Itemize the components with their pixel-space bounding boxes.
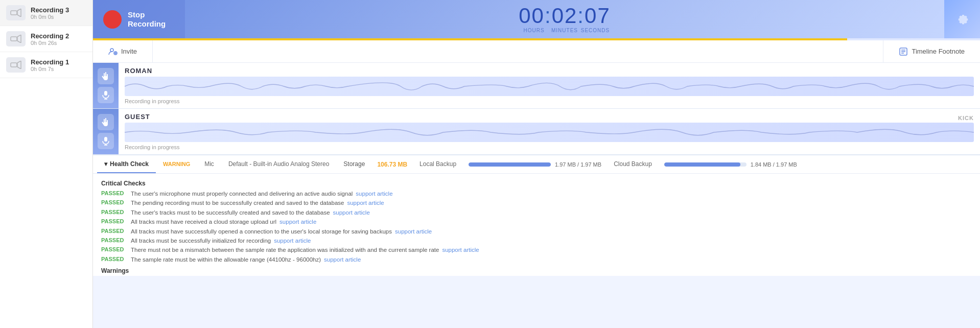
- status-passed: PASSED: [101, 198, 128, 207]
- tab-health-check-label: Health Check: [110, 160, 149, 168]
- sidebar-recording3-name: Recording 3: [31, 6, 69, 14]
- cloud-backup-value: 1.84 MB / 1.97 MB: [751, 161, 797, 168]
- health-row: PASSED All tracks must have received a c…: [101, 217, 972, 226]
- warnings-title: Warnings: [101, 267, 972, 274]
- cloud-backup-section: 1.84 MB / 1.97 MB: [659, 161, 802, 168]
- health-desc: The pending recording must to be success…: [131, 198, 344, 207]
- track-roman: ROMAN Recording in progress: [93, 63, 980, 109]
- local-backup-section: 1.97 MB / 1.97 MB: [463, 161, 606, 168]
- health-desc: All tracks must have successfully opened…: [131, 227, 392, 236]
- track-guest: GUEST Recording in progress KICK: [93, 109, 980, 155]
- svg-rect-4: [11, 63, 17, 67]
- timeline-footnote-label: Timeline Footnote: [912, 48, 965, 55]
- sidebar-recording3-time: 0h 0m 0s: [31, 14, 69, 20]
- svg-rect-0: [11, 11, 17, 15]
- track-guest-hand-button[interactable]: [98, 114, 114, 130]
- stop-icon: [103, 10, 122, 29]
- sidebar-text-recording3: Recording 3 0h 0m 0s: [31, 6, 69, 20]
- topbar: StopRecording 00:02:07 HOURS MINUTES SEC…: [93, 0, 980, 38]
- health-row: PASSED The user's microphone must proper…: [101, 189, 972, 198]
- storage-value: 106.73 MB: [372, 161, 412, 168]
- local-backup-value: 1.97 MB / 1.97 MB: [555, 161, 601, 168]
- track-roman-status: Recording in progress: [125, 98, 974, 104]
- status-passed: PASSED: [101, 245, 128, 254]
- track-guest-mic-button[interactable]: [98, 133, 114, 149]
- cloud-backup-bar-fill: [664, 162, 741, 167]
- support-link[interactable]: support article: [333, 208, 370, 217]
- track-guest-name: GUEST: [125, 113, 974, 121]
- tab-cloud-backup-label: Cloud Backup: [614, 160, 652, 168]
- support-link[interactable]: support article: [324, 255, 361, 264]
- svg-marker-5: [17, 61, 21, 69]
- tab-cloud-backup[interactable]: Cloud Backup: [606, 155, 659, 173]
- recording-icon-1: [6, 57, 26, 73]
- health-row: PASSED There must not be a mismatch betw…: [101, 245, 972, 254]
- health-row: PASSED All tracks must have successfully…: [101, 227, 972, 236]
- svg-marker-1: [17, 9, 21, 17]
- local-backup-bar-fill: [469, 162, 551, 167]
- recording-icon-3: [6, 5, 26, 20]
- warning-badge: WARNING: [163, 161, 190, 167]
- tab-audio-device[interactable]: Default - Built-in Audio Analog Stereo: [221, 155, 336, 173]
- status-passed: PASSED: [101, 255, 128, 264]
- tab-mic[interactable]: Mic: [197, 155, 221, 173]
- tab-storage-label: Storage: [343, 160, 365, 168]
- track-roman-hand-button[interactable]: [98, 68, 114, 84]
- timer-minutes: 02: [552, 4, 578, 28]
- svg-rect-2: [11, 37, 17, 41]
- seconds-label: SECONDS: [580, 28, 611, 33]
- timer-labels: HOURS MINUTES SECONDS: [519, 28, 611, 33]
- health-desc: All tracks must be successfully initiali…: [131, 236, 271, 245]
- sidebar-text-recording2: Recording 2 0h 0m 26s: [31, 32, 69, 46]
- support-link[interactable]: support article: [279, 217, 316, 226]
- tab-local-backup[interactable]: Local Backup: [412, 155, 463, 173]
- track-roman-mic-button[interactable]: [98, 87, 114, 103]
- sidebar-item-recording1[interactable]: Recording 1 0h 0m 7s: [0, 52, 92, 78]
- track-roman-name: ROMAN: [125, 67, 974, 75]
- invite-button[interactable]: Invite: [93, 40, 153, 62]
- kick-button[interactable]: KICK: [958, 115, 974, 121]
- track-guest-controls: [93, 109, 119, 154]
- tracks-area: ROMAN Recording in progress: [93, 63, 980, 328]
- sidebar-item-recording3[interactable]: Recording 3 0h 0m 0s: [0, 0, 92, 26]
- track-roman-waveform: [125, 77, 974, 96]
- invite-label: Invite: [121, 48, 137, 55]
- hours-label: HOURS: [519, 28, 549, 33]
- health-row: PASSED All tracks must be successfully i…: [101, 236, 972, 245]
- main-content: StopRecording 00:02:07 HOURS MINUTES SEC…: [93, 0, 980, 328]
- stop-recording-button[interactable]: StopRecording: [93, 0, 185, 38]
- status-passed: PASSED: [101, 236, 128, 245]
- tab-storage[interactable]: Storage: [336, 155, 372, 173]
- health-desc: There must not be a mismatch between the…: [131, 245, 439, 254]
- support-link[interactable]: support article: [395, 227, 432, 236]
- status-passed: PASSED: [101, 217, 128, 226]
- tab-warning[interactable]: WARNING: [156, 155, 197, 173]
- settings-button[interactable]: [944, 0, 980, 38]
- svg-marker-3: [17, 35, 21, 43]
- svg-rect-9: [104, 91, 107, 96]
- sidebar-text-recording1: Recording 1 0h 0m 7s: [31, 58, 69, 72]
- support-link[interactable]: support article: [442, 245, 479, 254]
- track-roman-content: ROMAN Recording in progress: [119, 63, 980, 108]
- sidebar-item-recording2[interactable]: Recording 2 0h 0m 26s: [0, 26, 92, 52]
- sidebar-recording2-time: 0h 0m 26s: [31, 40, 69, 46]
- svg-point-6: [110, 49, 113, 52]
- local-backup-bar: [469, 162, 551, 167]
- critical-checks-title: Critical Checks: [101, 180, 972, 187]
- status-passed: PASSED: [101, 227, 128, 236]
- support-link[interactable]: support article: [356, 189, 392, 198]
- support-link[interactable]: support article: [274, 236, 311, 245]
- stop-label: StopRecording: [128, 10, 166, 29]
- health-tabs: ▾ Health Check WARNING Mic Default - Bui…: [93, 155, 980, 174]
- sidebar-recording1-name: Recording 1: [31, 58, 69, 66]
- health-desc: The user's tracks must to be successfull…: [131, 208, 330, 217]
- tab-health-check[interactable]: ▾ Health Check: [97, 155, 156, 173]
- support-link[interactable]: support article: [347, 198, 384, 207]
- cloud-backup-bar: [664, 162, 746, 167]
- minutes-label: MINUTES: [549, 28, 580, 33]
- health-row: PASSED The sample rate must be within th…: [101, 255, 972, 264]
- recording-icon-2: [6, 31, 26, 46]
- track-guest-content: GUEST Recording in progress: [119, 109, 980, 154]
- track-guest-status: Recording in progress: [125, 144, 974, 150]
- timeline-footnote-button[interactable]: Timeline Footnote: [883, 40, 980, 62]
